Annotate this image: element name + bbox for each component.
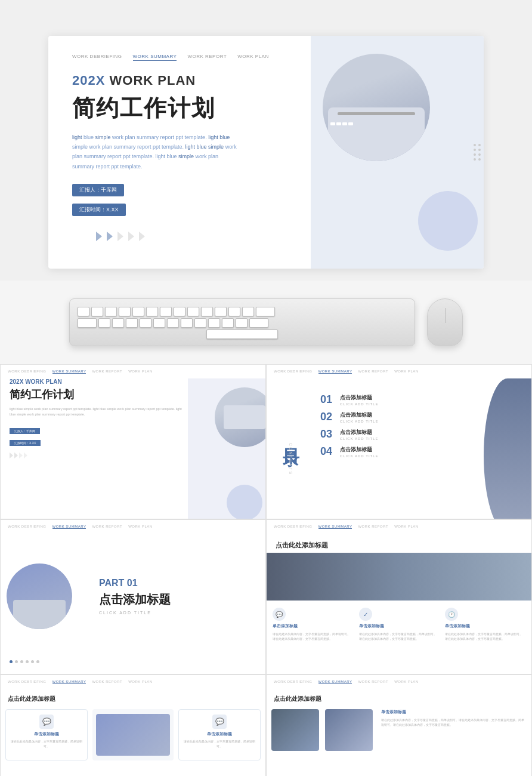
icon-box-2: ✓ 单击添加标题 请在此处添加具体内容，文字尽量言简意赅，简单说明可。请在此处添… [359,608,440,641]
key [78,318,97,328]
dot-5 [31,660,34,663]
hero-right-visual [311,36,484,269]
hero-time-tag: 汇报时间：X.XX [72,204,126,216]
keyboard-section [0,281,532,364]
dot-6 [36,660,39,663]
s4-nav-debriefing: WORK DEBRIEFING [8,525,47,529]
s6-nav-summary: WORK SUMMARY [52,680,86,684]
dot-4 [26,660,29,663]
icon2-title: 单击添加标题 [359,623,384,629]
clock-icon: 🕐 [445,608,458,621]
s5-nav-report: WORK REPORT [358,525,388,529]
key [222,318,234,328]
key [194,318,206,328]
hero-title-en: 202X WORK PLAN [72,73,293,88]
slide2-reporter: 汇报人：千库网 [10,428,40,434]
nav-item-report[interactable]: WORK REPORT [187,54,227,61]
key [98,318,110,328]
slide5-icons: 💬 单击添加标题 请在此处添加具体内容，文字尽量言简意赅，简单说明可。请在此处添… [267,601,531,648]
slide2-left: 202X WORK PLAN 简约工作计划 light blue simple … [1,378,188,519]
s5-nav-debriefing: WORK DEBRIEFING [274,525,313,529]
icon-box-1: 💬 单击添加标题 请在此处添加具体内容，文字尽量言简意赅，简单说明可。请在此处添… [273,608,353,641]
bottom-card-1: 💬 单击添加标题 请在此处添加具体内容，文字尽量言简意赅，简单说明可。 [5,709,88,760]
slide2-content: 202X WORK PLAN 简约工作计划 light blue simple … [1,378,265,519]
bottom-card1-title: 单击添加标题 [34,731,59,737]
toc-item-3: 03 点击添加标题 CLICK ADD TITLE [320,428,478,441]
toc-title-4: 点击添加标题 [340,446,478,454]
toc-left: 目录 CONTENTS [267,378,314,519]
toc-right: 01 点击添加标题 CLICK ADD TITLE 02 点击添加标题 CLIC… [314,378,484,519]
check-icon: ✓ [359,608,372,621]
slide4-content: PART 01 点击添加标题 CLICK ADD TITLE [1,534,265,659]
s7-nav-report: WORK REPORT [358,680,388,684]
mouse-visual [427,298,463,346]
toc-text-1: 点击添加标题 CLICK ADD TITLE [340,394,478,406]
dot-2 [15,660,18,663]
slide5-image [267,553,531,601]
nav-item-plan[interactable]: WORK PLAN [237,54,269,61]
key [105,307,117,316]
mini-arrow-1 [10,452,13,458]
slide5-nav: WORK DEBRIEFING WORK SUMMARY WORK REPORT… [267,520,531,534]
part01-label: PART 01 [99,578,250,589]
part01-circle-img [7,563,72,629]
nav-item-debriefing[interactable]: WORK DEBRIEFING [72,54,122,61]
slide2-time: 汇报时间：X.XX [10,440,41,446]
key [249,318,268,328]
arrow-5 [139,232,145,241]
toc-title-2: 点击添加标题 [340,411,478,419]
slide7-nav: WORK DEBRIEFING WORK SUMMARY WORK REPORT… [267,675,531,689]
slide2-circle-small [227,485,262,519]
bottom-card1-desc: 请在此处添加具体内容，文字尽量言简意赅，简单说明可。 [10,740,83,749]
part01-title: 点击添加标题 [99,592,250,608]
toc-item-1: 01 点击添加标题 CLICK ADD TITLE [320,393,478,406]
key [228,307,240,316]
key [215,307,227,316]
toc-sub-2: CLICK ADD TITLE [340,420,478,423]
key [160,307,172,316]
slide-toc: WORK DEBRIEFING WORK SUMMARY WORK REPORT… [266,364,532,519]
slide4-nav: WORK DEBRIEFING WORK SUMMARY WORK REPORT… [1,520,265,534]
nav-item-summary[interactable]: WORK SUMMARY [133,54,177,61]
part01-text: PART 01 点击添加标题 CLICK ADD TITLE [78,566,259,627]
key [242,307,254,316]
mini-arrow-4 [24,452,27,458]
dots-row [1,655,48,668]
slide2-nav: WORK DEBRIEFING WORK SUMMARY WORK REPORT… [1,365,265,378]
toc-text-3: 点击添加标题 CLICK ADD TITLE [340,429,478,441]
key [208,318,220,328]
key [256,307,275,316]
hero-circle-main [323,54,430,161]
toc-num-1: 01 [320,393,335,406]
key [181,318,193,328]
key [78,307,89,316]
icon1-title: 单击添加标题 [273,623,298,629]
icon3-desc: 请在此处添加具体内容，文字尽量言简意赅，简单说明可。请在此处添加具体内容，文字尽… [445,632,525,641]
slide7-header: 点击此处添加标题 [267,689,531,706]
mini-arrow-2 [14,452,18,458]
toc-num-4: 04 [320,445,335,458]
s7-nav-plan: WORK PLAN [394,680,419,684]
key [132,307,144,316]
s2-nav-debriefing: WORK DEBRIEFING [8,369,47,374]
toc-title-1: 点击添加标题 [340,394,478,402]
hero-nav: WORK DEBRIEFING WORK SUMMARY WORK REPORT… [72,54,293,61]
hero-title-zh: 简约工作计划 [72,93,293,124]
toc-num-3: 03 [320,428,335,441]
s4-nav-summary: WORK SUMMARY [52,525,86,529]
hero-left-content: WORK DEBRIEFING WORK SUMMARY WORK REPORT… [48,36,311,269]
s2-nav-report: WORK REPORT [92,369,122,374]
key [187,307,199,316]
slide7-desc: 请在此处添加具体内容，文字尽量言简意赅，简单说明可。请在此处添加具体内容，文字尽… [381,718,524,727]
icon2-desc: 请在此处添加具体内容，文字尽量言简意赅，简单说明可。请在此处添加具体内容，文字尽… [359,632,440,641]
key [236,318,248,328]
slide6-header: 点击此处添加标题 [1,689,265,706]
slide7-img1 [271,709,319,751]
s7-nav-summary: WORK SUMMARY [318,680,352,684]
s6-nav-debriefing: WORK DEBRIEFING [8,680,47,684]
toc-num-2: 02 [320,411,335,423]
key [140,318,151,328]
s5-nav-summary: WORK SUMMARY [318,525,352,529]
arrow-4 [128,232,134,241]
toc-image [484,378,531,519]
